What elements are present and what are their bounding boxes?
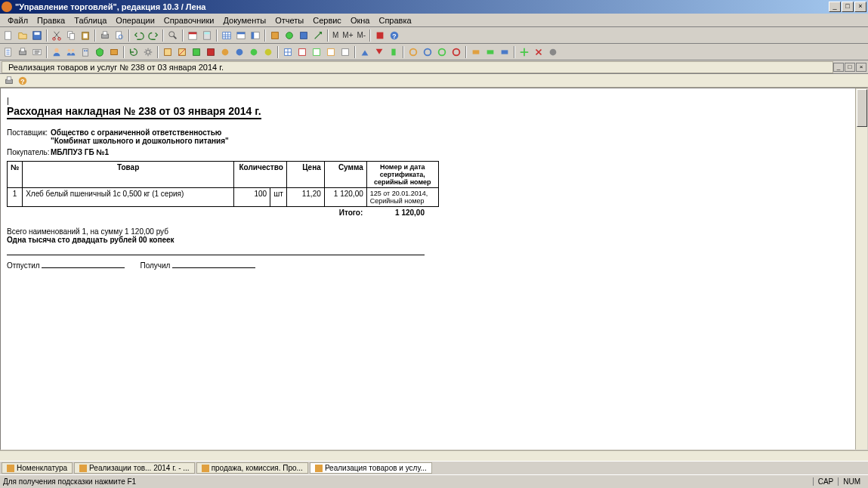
sec-icon-1[interactable]: [2, 45, 15, 59]
menu-operations[interactable]: Операции: [111, 15, 159, 26]
tool-icon-1[interactable]: [268, 29, 282, 42]
total-row: Итого: 1 120,00: [7, 208, 425, 217]
open-icon[interactable]: [16, 29, 29, 42]
help-doc-icon[interactable]: ?: [17, 75, 29, 87]
menu-reports[interactable]: Отчеты: [270, 15, 308, 26]
print2-icon[interactable]: [16, 45, 29, 59]
close-button[interactable]: ×: [854, 2, 866, 12]
table2-icon[interactable]: [234, 29, 248, 42]
sec-icon-15[interactable]: [310, 45, 323, 59]
tab-minimize-button[interactable]: _: [833, 63, 844, 72]
new-icon[interactable]: [2, 29, 15, 42]
cut-icon[interactable]: [50, 29, 63, 42]
print-icon[interactable]: [98, 29, 112, 42]
tab-close-button[interactable]: ×: [856, 63, 866, 72]
tool-icon-5[interactable]: [373, 29, 387, 42]
memory-m[interactable]: M: [331, 31, 340, 39]
svg-rect-59: [473, 50, 480, 54]
menu-help[interactable]: Справка: [374, 15, 415, 26]
sec-icon-5[interactable]: [161, 45, 175, 59]
calc-icon[interactable]: [200, 29, 214, 42]
sec-icon-18[interactable]: [358, 45, 372, 59]
sec-icon-20[interactable]: [387, 45, 400, 59]
tool-icon-2[interactable]: [283, 29, 296, 42]
find-icon[interactable]: [166, 29, 180, 42]
tool-icon-4[interactable]: [311, 29, 325, 42]
svg-point-45: [222, 48, 229, 55]
sec-icon-14[interactable]: [295, 45, 309, 59]
sec-icon-17[interactable]: [338, 45, 352, 59]
menu-documents[interactable]: Документы: [218, 15, 270, 26]
sec-icon-21[interactable]: [406, 45, 420, 59]
horizontal-scrollbar[interactable]: [0, 450, 868, 461]
tool-icon-3[interactable]: [297, 29, 310, 42]
tab-restore-button[interactable]: □: [845, 63, 855, 72]
sec-icon-22[interactable]: [421, 45, 434, 59]
sec-icon-3[interactable]: [93, 45, 107, 59]
menu-file[interactable]: Файл: [3, 15, 32, 26]
sec-icon-24[interactable]: [449, 45, 463, 59]
menu-directories[interactable]: Справочники: [159, 15, 219, 26]
menu-windows[interactable]: Окна: [346, 15, 375, 26]
maximize-button[interactable]: □: [842, 2, 854, 12]
memory-mminus[interactable]: M-: [356, 31, 368, 39]
building-icon[interactable]: [79, 45, 92, 59]
menu-table[interactable]: Таблица: [70, 15, 111, 26]
svg-point-40: [146, 50, 150, 54]
bottom-tab-current[interactable]: Реализация товаров и услу...: [310, 462, 432, 474]
sec-icon-10[interactable]: [233, 45, 246, 59]
sec-icon-12[interactable]: [261, 45, 275, 59]
bottom-tab-realisations[interactable]: Реализации тов... 2014 г. - ...: [74, 462, 195, 474]
sec-icon-28[interactable]: [517, 45, 531, 59]
sec-icon-25[interactable]: [469, 45, 483, 59]
sec-icon-2[interactable]: [30, 45, 44, 59]
undo-icon[interactable]: [132, 29, 146, 42]
preview-icon[interactable]: [113, 29, 126, 42]
memory-mplus[interactable]: M+: [341, 31, 354, 39]
status-hint: Для получения подсказки нажмите F1: [3, 477, 813, 486]
vertical-scrollbar[interactable]: [855, 88, 867, 449]
sec-icon-30[interactable]: [546, 45, 560, 59]
svg-rect-60: [487, 50, 494, 54]
calendar-icon[interactable]: [186, 29, 199, 42]
tab-icon: [79, 465, 87, 472]
sec-icon-13[interactable]: [281, 45, 295, 59]
gear-icon[interactable]: [141, 45, 155, 59]
menu-service[interactable]: Сервис: [308, 15, 346, 26]
users-icon[interactable]: [64, 45, 78, 59]
sec-icon-7[interactable]: [190, 45, 203, 59]
sec-icon-26[interactable]: [483, 45, 497, 59]
user-icon[interactable]: [50, 45, 63, 59]
menu-edit[interactable]: Правка: [32, 15, 70, 26]
sec-icon-16[interactable]: [324, 45, 338, 59]
save-icon[interactable]: [30, 29, 44, 42]
refresh-icon[interactable]: [127, 45, 141, 59]
svg-point-35: [72, 48, 75, 51]
table3-icon[interactable]: [249, 29, 262, 42]
copy-icon[interactable]: [64, 29, 78, 42]
sec-icon-6[interactable]: [175, 45, 189, 59]
redo-icon[interactable]: [147, 29, 160, 42]
svg-point-33: [54, 48, 58, 51]
table-icon[interactable]: [220, 29, 233, 42]
sec-icon-11[interactable]: [247, 45, 261, 59]
sec-icon-4[interactable]: [107, 45, 121, 59]
cell-num: 1: [8, 188, 23, 207]
sec-icon-27[interactable]: [498, 45, 511, 59]
paste-icon[interactable]: [79, 29, 92, 42]
svg-point-34: [68, 48, 71, 51]
sec-icon-9[interactable]: [218, 45, 232, 59]
help-icon[interactable]: ?: [388, 29, 401, 42]
bottom-tab-sale[interactable]: продажа, комиссия. Про...: [196, 462, 308, 474]
document-tab[interactable]: Реализация товаров и услуг № 238 от 03 я…: [2, 61, 833, 73]
sec-icon-23[interactable]: [435, 45, 449, 59]
sec-icon-29[interactable]: [532, 45, 545, 59]
cell-unit: шт: [270, 188, 287, 207]
sec-icon-8[interactable]: [204, 45, 218, 59]
print-doc-icon[interactable]: [3, 75, 15, 87]
minimize-button[interactable]: _: [829, 2, 841, 12]
sec-icon-19[interactable]: [372, 45, 386, 59]
status-cap: CAP: [813, 477, 839, 486]
svg-rect-20: [237, 32, 246, 34]
bottom-tab-nomenclature[interactable]: Номенклатура: [2, 462, 73, 474]
